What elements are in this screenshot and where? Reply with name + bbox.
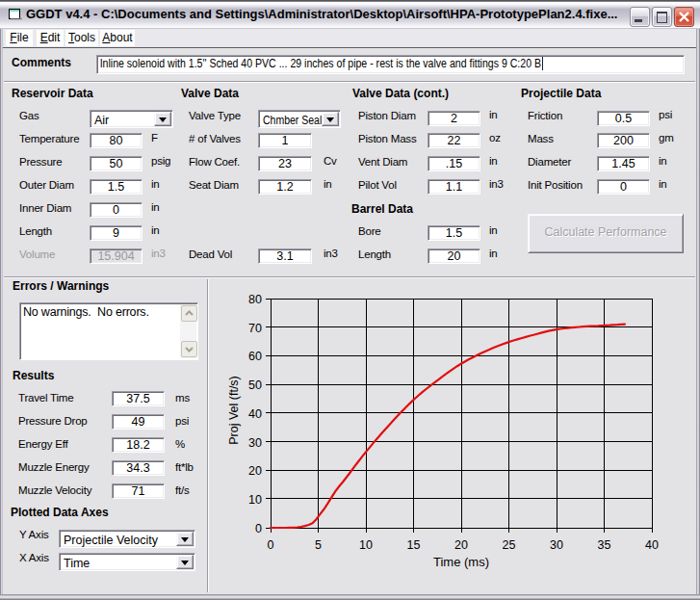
svg-text:20: 20 bbox=[248, 464, 262, 478]
svg-text:25: 25 bbox=[503, 538, 516, 552]
svg-text:70: 70 bbox=[248, 322, 262, 335]
svg-text:60: 60 bbox=[248, 350, 262, 363]
svg-text:35: 35 bbox=[598, 538, 611, 552]
svg-text:30: 30 bbox=[248, 436, 262, 450]
svg-text:40: 40 bbox=[248, 407, 262, 421]
svg-text:15: 15 bbox=[407, 538, 421, 552]
svg-text:Time (ms): Time (ms) bbox=[433, 555, 489, 569]
svg-text:40: 40 bbox=[645, 538, 659, 552]
svg-text:Proj Vel (ft/s): Proj Vel (ft/s) bbox=[227, 376, 241, 445]
svg-text:10: 10 bbox=[359, 538, 373, 552]
svg-text:0: 0 bbox=[255, 522, 262, 535]
svg-text:30: 30 bbox=[550, 538, 563, 552]
svg-text:50: 50 bbox=[248, 378, 262, 392]
svg-text:80: 80 bbox=[248, 293, 262, 306]
svg-text:0: 0 bbox=[268, 538, 274, 552]
svg-text:5: 5 bbox=[315, 538, 322, 552]
svg-text:10: 10 bbox=[248, 493, 262, 507]
svg-text:20: 20 bbox=[454, 538, 468, 552]
